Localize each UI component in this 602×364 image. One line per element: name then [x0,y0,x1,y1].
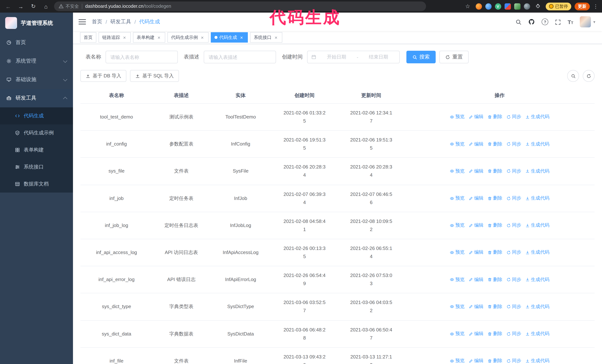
refresh-table-button[interactable] [583,70,595,82]
sync-link[interactable]: 同步 [506,194,521,202]
sync-link[interactable]: 同步 [506,249,521,257]
generate-code-link[interactable]: 生成代码 [525,357,549,364]
preview-link[interactable]: 预览 [450,249,464,257]
update-button[interactable]: 更新 [575,2,590,10]
sidebar-item-system[interactable]: 系统管理 [0,52,73,70]
generate-code-link[interactable]: 生成代码 [525,140,549,148]
paused-badge[interactable]: 已暂停 [546,2,571,10]
sidebar-item-infra[interactable]: 基础设施 [0,70,73,89]
sidebar-item-db-doc[interactable]: 数据库文档 [0,176,73,193]
generate-code-link[interactable]: 生成代码 [525,276,549,284]
edit-link[interactable]: 编辑 [469,249,484,257]
sidebar-item-system-api[interactable]: 系统接口 [0,158,73,176]
extension-icon[interactable] [485,3,491,10]
user-menu[interactable]: ▾ [580,16,595,27]
close-icon[interactable]: × [200,35,205,40]
sync-link[interactable]: 同步 [506,113,521,121]
generate-code-link[interactable]: 生成代码 [525,167,549,175]
sync-link[interactable]: 同步 [506,303,521,311]
help-icon[interactable]: ? [542,19,548,25]
breadcrumb-devtools[interactable]: 研发工具 [110,19,131,25]
chrome-menu-icon[interactable]: ⋮ [593,3,598,9]
preview-link[interactable]: 预览 [450,113,464,121]
preview-link[interactable]: 预览 [450,167,464,175]
table-desc-input[interactable] [204,51,276,63]
sync-link[interactable]: 同步 [506,140,521,148]
delete-link[interactable]: 删除 [487,276,502,284]
preview-link[interactable]: 预览 [450,330,464,338]
search-icon[interactable] [515,19,522,25]
edit-link[interactable]: 编辑 [469,221,484,229]
close-icon[interactable]: × [239,35,244,40]
security-warning-icon[interactable]: 不安全 [59,3,79,10]
edit-link[interactable]: 编辑 [469,194,484,202]
sidebar-item-codegen-example[interactable]: 代码生成示例 [0,125,73,141]
hamburger-icon[interactable] [78,19,86,24]
font-size-icon[interactable]: TT [568,19,573,25]
delete-link[interactable]: 删除 [487,221,502,229]
import-sql-button[interactable]: 基于 SQL 导入 [130,70,179,82]
sync-link[interactable]: 同步 [506,330,521,338]
extensions-puzzle-icon[interactable] [533,2,542,11]
extension-icon[interactable] [475,3,482,10]
delete-link[interactable]: 删除 [487,330,502,338]
extension-icon[interactable] [504,3,511,10]
edit-link[interactable]: 编辑 [469,330,484,338]
preview-link[interactable]: 预览 [450,221,464,229]
table-name-input[interactable] [106,51,178,63]
generate-code-link[interactable]: 生成代码 [525,303,549,311]
edit-link[interactable]: 编辑 [469,140,484,148]
sync-link[interactable]: 同步 [506,357,521,364]
tab-codegen[interactable]: 代码生成× [211,32,248,42]
preview-link[interactable]: 预览 [450,140,464,148]
edit-link[interactable]: 编辑 [469,167,484,175]
delete-link[interactable]: 删除 [487,113,502,121]
sync-link[interactable]: 同步 [506,276,521,284]
import-db-button[interactable]: 基于 DB 导入 [80,70,127,82]
delete-link[interactable]: 删除 [487,140,502,148]
tab-codegen-example[interactable]: 代码生成示例× [167,32,209,42]
tab-home[interactable]: 首页 [80,32,96,42]
sidebar-item-home[interactable]: 首页 [0,33,73,52]
extension-icon[interactable]: V [495,3,501,10]
delete-link[interactable]: 删除 [487,249,502,257]
generate-code-link[interactable]: 生成代码 [525,113,549,121]
close-icon[interactable]: × [156,35,161,40]
delete-link[interactable]: 删除 [487,167,502,175]
date-range-picker[interactable]: 开始日期 - 结束日期 [307,51,400,63]
close-icon[interactable]: × [122,35,127,40]
extension-icon[interactable] [524,3,530,10]
sidebar-item-codegen[interactable]: 代码生成 [0,107,73,125]
fullscreen-icon[interactable] [555,19,561,25]
reload-icon[interactable]: ↻ [29,2,38,11]
edit-link[interactable]: 编辑 [469,357,484,364]
preview-link[interactable]: 预览 [450,276,464,284]
tab-form-builder[interactable]: 表单构建× [133,32,165,42]
back-icon[interactable]: ← [4,2,13,11]
generate-code-link[interactable]: 生成代码 [525,249,549,257]
bookmark-star-icon[interactable]: ☆ [463,2,472,11]
sync-link[interactable]: 同步 [506,167,521,175]
close-icon[interactable]: × [273,35,279,40]
extension-icon[interactable] [514,3,520,10]
breadcrumb-home[interactable]: 首页 [92,19,102,25]
preview-link[interactable]: 预览 [450,357,464,364]
search-button[interactable]: 搜索 [406,51,436,63]
github-icon[interactable] [528,19,535,25]
sync-link[interactable]: 同步 [506,221,521,229]
tab-system-api[interactable]: 系统接口× [250,32,282,42]
edit-link[interactable]: 编辑 [469,276,484,284]
home-icon[interactable]: ⌂ [42,2,50,11]
reset-button[interactable]: 重置 [439,51,469,63]
edit-link[interactable]: 编辑 [469,113,484,121]
logo[interactable]: 芋道管理系统 [0,13,73,33]
delete-link[interactable]: 删除 [487,194,502,202]
generate-code-link[interactable]: 生成代码 [525,194,549,202]
sidebar-item-devtools[interactable]: 研发工具 [0,89,73,107]
toggle-search-button[interactable] [567,70,579,82]
preview-link[interactable]: 预览 [450,303,464,311]
tab-tracing[interactable]: 链路追踪× [98,32,131,42]
delete-link[interactable]: 删除 [487,303,502,311]
forward-icon[interactable]: → [16,2,25,11]
preview-link[interactable]: 预览 [450,194,464,202]
